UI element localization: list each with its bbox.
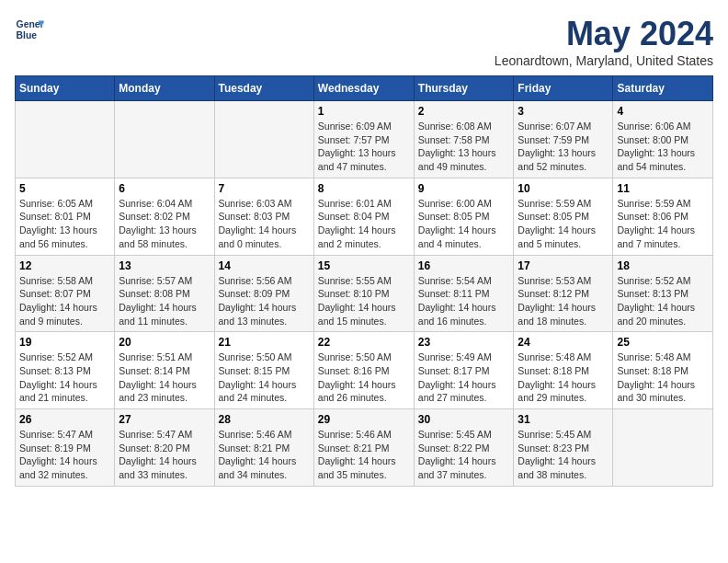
day-info: Sunrise: 5:52 AM Sunset: 8:13 PM Dayligh… [19, 350, 110, 405]
calendar-cell: 20Sunrise: 5:51 AM Sunset: 8:14 PM Dayli… [115, 332, 214, 409]
day-info: Sunrise: 5:46 AM Sunset: 8:21 PM Dayligh… [318, 428, 410, 482]
day-info: Sunrise: 6:09 AM Sunset: 7:57 PM Dayligh… [318, 120, 410, 174]
calendar-week-5: 26Sunrise: 5:47 AM Sunset: 8:19 PM Dayli… [16, 409, 713, 487]
day-number: 6 [119, 182, 210, 195]
month-title: May 2024 [495, 15, 713, 53]
calendar-cell: 18Sunrise: 5:52 AM Sunset: 8:13 PM Dayli… [613, 255, 713, 332]
day-info: Sunrise: 5:55 AM Sunset: 8:10 PM Dayligh… [318, 274, 410, 328]
day-number: 7 [219, 182, 310, 195]
day-number: 17 [518, 259, 609, 272]
day-number: 23 [418, 336, 510, 349]
day-number: 3 [518, 105, 609, 118]
calendar-week-3: 12Sunrise: 5:58 AM Sunset: 8:07 PM Dayli… [16, 255, 713, 332]
day-number: 13 [119, 259, 210, 272]
calendar-cell [613, 409, 713, 487]
day-info: Sunrise: 6:08 AM Sunset: 7:58 PM Dayligh… [418, 120, 510, 174]
calendar-cell: 12Sunrise: 5:58 AM Sunset: 8:07 PM Dayli… [16, 255, 115, 332]
day-info: Sunrise: 5:57 AM Sunset: 8:08 PM Dayligh… [119, 274, 210, 328]
day-number: 24 [518, 336, 609, 349]
day-info: Sunrise: 5:46 AM Sunset: 8:21 PM Dayligh… [219, 428, 310, 482]
day-info: Sunrise: 5:53 AM Sunset: 8:12 PM Dayligh… [518, 274, 609, 328]
header-cell-tuesday: Tuesday [214, 76, 313, 101]
day-number: 14 [219, 259, 310, 272]
calendar-cell: 2Sunrise: 6:08 AM Sunset: 7:58 PM Daylig… [414, 101, 514, 178]
day-info: Sunrise: 5:58 AM Sunset: 8:07 PM Dayligh… [19, 274, 110, 328]
day-number: 31 [518, 413, 609, 426]
calendar-cell: 24Sunrise: 5:48 AM Sunset: 8:18 PM Dayli… [514, 332, 613, 409]
calendar-cell [214, 101, 313, 178]
page-header: General Blue May 2024 Leonardtown, Maryl… [15, 15, 713, 68]
calendar-week-4: 19Sunrise: 5:52 AM Sunset: 8:13 PM Dayli… [16, 332, 713, 409]
day-number: 30 [418, 413, 510, 426]
day-info: Sunrise: 5:45 AM Sunset: 8:22 PM Dayligh… [418, 428, 510, 482]
day-info: Sunrise: 5:52 AM Sunset: 8:13 PM Dayligh… [617, 274, 709, 328]
calendar-cell: 30Sunrise: 5:45 AM Sunset: 8:22 PM Dayli… [414, 409, 514, 487]
day-number: 26 [19, 413, 110, 426]
calendar-cell: 23Sunrise: 5:49 AM Sunset: 8:17 PM Dayli… [414, 332, 514, 409]
day-number: 22 [318, 336, 410, 349]
calendar-cell: 3Sunrise: 6:07 AM Sunset: 7:59 PM Daylig… [514, 101, 613, 178]
day-number: 9 [418, 182, 510, 195]
day-number: 4 [617, 105, 709, 118]
day-number: 12 [19, 259, 110, 272]
day-info: Sunrise: 5:59 AM Sunset: 8:05 PM Dayligh… [518, 197, 609, 251]
day-number: 10 [518, 182, 609, 195]
calendar-cell: 14Sunrise: 5:56 AM Sunset: 8:09 PM Dayli… [214, 255, 313, 332]
day-number: 16 [418, 259, 510, 272]
day-info: Sunrise: 6:07 AM Sunset: 7:59 PM Dayligh… [518, 120, 609, 174]
calendar-cell: 13Sunrise: 5:57 AM Sunset: 8:08 PM Dayli… [115, 255, 214, 332]
calendar-week-2: 5Sunrise: 6:05 AM Sunset: 8:01 PM Daylig… [16, 178, 713, 255]
day-number: 27 [119, 413, 210, 426]
day-info: Sunrise: 5:59 AM Sunset: 8:06 PM Dayligh… [617, 197, 709, 251]
day-number: 28 [219, 413, 310, 426]
day-number: 2 [418, 105, 510, 118]
day-info: Sunrise: 5:51 AM Sunset: 8:14 PM Dayligh… [119, 350, 210, 405]
calendar-cell: 17Sunrise: 5:53 AM Sunset: 8:12 PM Dayli… [514, 255, 613, 332]
calendar-cell: 5Sunrise: 6:05 AM Sunset: 8:01 PM Daylig… [16, 178, 115, 255]
header-cell-friday: Friday [514, 76, 613, 101]
day-info: Sunrise: 5:45 AM Sunset: 8:23 PM Dayligh… [518, 428, 609, 482]
day-info: Sunrise: 5:48 AM Sunset: 8:18 PM Dayligh… [518, 350, 609, 405]
day-number: 21 [219, 336, 310, 349]
title-block: May 2024 Leonardtown, Maryland, United S… [495, 15, 713, 68]
day-number: 20 [119, 336, 210, 349]
calendar-cell: 8Sunrise: 6:01 AM Sunset: 8:04 PM Daylig… [313, 178, 414, 255]
day-number: 8 [318, 182, 410, 195]
header-cell-wednesday: Wednesday [313, 76, 414, 101]
day-info: Sunrise: 5:50 AM Sunset: 8:16 PM Dayligh… [318, 350, 410, 405]
day-info: Sunrise: 6:05 AM Sunset: 8:01 PM Dayligh… [19, 197, 110, 251]
calendar-cell: 31Sunrise: 5:45 AM Sunset: 8:23 PM Dayli… [514, 409, 613, 487]
day-info: Sunrise: 6:04 AM Sunset: 8:02 PM Dayligh… [119, 197, 210, 251]
day-info: Sunrise: 6:01 AM Sunset: 8:04 PM Dayligh… [318, 197, 410, 251]
svg-text:Blue: Blue [17, 30, 38, 40]
calendar-cell: 4Sunrise: 6:06 AM Sunset: 8:00 PM Daylig… [613, 101, 713, 178]
day-number: 25 [617, 336, 709, 349]
day-number: 11 [617, 182, 709, 195]
calendar-body: 1Sunrise: 6:09 AM Sunset: 7:57 PM Daylig… [16, 101, 713, 487]
day-info: Sunrise: 5:48 AM Sunset: 8:18 PM Dayligh… [617, 350, 709, 405]
calendar-cell [115, 101, 214, 178]
day-number: 5 [19, 182, 110, 195]
day-info: Sunrise: 6:00 AM Sunset: 8:05 PM Dayligh… [418, 197, 510, 251]
day-info: Sunrise: 5:47 AM Sunset: 8:20 PM Dayligh… [119, 428, 210, 482]
day-info: Sunrise: 6:03 AM Sunset: 8:03 PM Dayligh… [219, 197, 310, 251]
calendar-cell [16, 101, 115, 178]
day-number: 1 [318, 105, 410, 118]
calendar-cell: 29Sunrise: 5:46 AM Sunset: 8:21 PM Dayli… [313, 409, 414, 487]
calendar-header-row: SundayMondayTuesdayWednesdayThursdayFrid… [16, 76, 713, 101]
location-label: Leonardtown, Maryland, United States [495, 53, 713, 68]
day-info: Sunrise: 5:50 AM Sunset: 8:15 PM Dayligh… [219, 350, 310, 405]
day-number: 19 [19, 336, 110, 349]
header-cell-saturday: Saturday [613, 76, 713, 101]
day-number: 15 [318, 259, 410, 272]
calendar-cell: 16Sunrise: 5:54 AM Sunset: 8:11 PM Dayli… [414, 255, 514, 332]
logo: General Blue [15, 15, 44, 44]
calendar-cell: 22Sunrise: 5:50 AM Sunset: 8:16 PM Dayli… [313, 332, 414, 409]
day-info: Sunrise: 5:56 AM Sunset: 8:09 PM Dayligh… [219, 274, 310, 328]
calendar-cell: 15Sunrise: 5:55 AM Sunset: 8:10 PM Dayli… [313, 255, 414, 332]
calendar-cell: 9Sunrise: 6:00 AM Sunset: 8:05 PM Daylig… [414, 178, 514, 255]
calendar-cell: 11Sunrise: 5:59 AM Sunset: 8:06 PM Dayli… [613, 178, 713, 255]
header-cell-thursday: Thursday [414, 76, 514, 101]
calendar-cell: 19Sunrise: 5:52 AM Sunset: 8:13 PM Dayli… [16, 332, 115, 409]
day-info: Sunrise: 5:47 AM Sunset: 8:19 PM Dayligh… [19, 428, 110, 482]
